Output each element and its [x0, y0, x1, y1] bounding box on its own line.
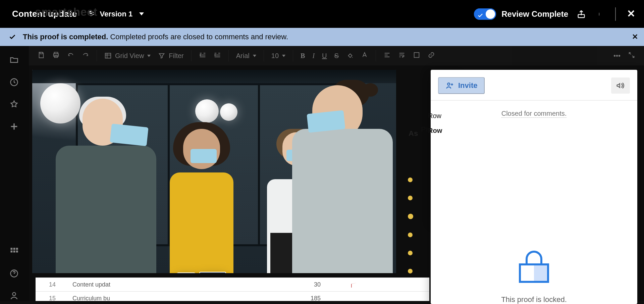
person-1	[56, 99, 156, 273]
version-label: Version 1	[100, 10, 132, 18]
thumbnail-rail: +	[176, 272, 226, 273]
locked-state: This proof is locked.	[501, 246, 567, 304]
row-header-peek: Row Row	[428, 112, 442, 142]
caret-down-icon	[253, 55, 256, 57]
toggle-switch[interactable]	[474, 8, 496, 20]
fill-icon[interactable]	[346, 51, 354, 60]
invite-label: Invite	[458, 81, 477, 90]
status-dots	[408, 178, 413, 273]
proof-image	[32, 70, 396, 273]
apps-icon[interactable]	[9, 247, 19, 257]
svg-rect-7	[16, 248, 18, 250]
proof-header: smartsheet Content update Version 1 Revi…	[0, 0, 644, 28]
banner-close-button[interactable]: ✕	[632, 33, 638, 41]
banner-rest: Completed proofs are closed to comments …	[110, 33, 288, 41]
font-selector[interactable]: Arial	[236, 52, 256, 60]
person-2	[170, 129, 233, 273]
close-button[interactable]: ✕	[625, 8, 637, 19]
row-value: 30	[227, 281, 334, 288]
more-menu-button[interactable]	[594, 8, 606, 20]
account-icon[interactable]	[9, 291, 19, 301]
row-number: 15	[36, 295, 69, 302]
svg-point-12	[12, 293, 15, 296]
format-icon[interactable]	[413, 51, 420, 60]
svg-point-3	[599, 14, 600, 15]
comments-panel: Invite This proof is locked. Closed for …	[431, 70, 637, 304]
bold-icon[interactable]: B	[301, 52, 305, 60]
svg-point-1	[599, 13, 600, 13]
strike-icon[interactable]: S	[334, 52, 339, 60]
row-number: 14	[36, 281, 69, 288]
grid-rows-peek: 14 Content updat 30 15 Curriculum bu 185…	[36, 277, 429, 301]
view-selector[interactable]: Grid View	[104, 52, 151, 60]
help-icon[interactable]	[9, 269, 19, 279]
sheet-toolbar: Grid View Filter Arial 10 B I U S	[29, 46, 644, 65]
version-selector[interactable]: Version 1	[87, 10, 144, 18]
font-label: Arial	[236, 52, 250, 60]
proof-image-viewer[interactable]: +	[32, 70, 396, 273]
add-page-button[interactable]: +	[176, 272, 196, 273]
thumbnail[interactable]	[199, 272, 226, 273]
add-icon[interactable]	[9, 122, 19, 132]
font-size-label: 10	[271, 52, 279, 60]
textcolor-icon[interactable]	[361, 51, 368, 60]
expand-icon[interactable]	[628, 51, 635, 60]
svg-rect-17	[414, 52, 419, 57]
check-icon	[9, 33, 16, 41]
redo-icon[interactable]	[82, 51, 89, 60]
lock-icon	[514, 246, 554, 286]
row-name: Content updat	[69, 281, 173, 288]
svg-rect-16	[105, 53, 111, 58]
undo-icon[interactable]	[67, 51, 74, 60]
folder-icon[interactable]	[9, 55, 19, 65]
print-icon[interactable]	[52, 51, 60, 60]
layers-icon	[87, 10, 95, 18]
italic-icon[interactable]: I	[312, 52, 315, 60]
caret-down-icon	[139, 12, 144, 15]
banner-strong: This proof is completed.	[23, 33, 108, 41]
wrap-icon[interactable]	[398, 51, 406, 60]
review-complete-label: Review Complete	[501, 9, 568, 19]
proof-title: Content update	[12, 9, 77, 19]
svg-rect-6	[13, 248, 15, 250]
indent-icon[interactable]	[214, 51, 221, 60]
align-icon[interactable]	[383, 51, 391, 60]
left-rail	[0, 46, 29, 301]
invite-button[interactable]: Invite	[438, 77, 485, 94]
favorites-icon[interactable]	[9, 100, 19, 110]
table-row: 14 Content updat 30	[36, 277, 429, 291]
locked-text: This proof is locked.	[501, 295, 567, 304]
underline-icon[interactable]: U	[322, 52, 327, 60]
link-icon[interactable]	[428, 51, 435, 60]
flag-icon	[351, 282, 357, 288]
svg-point-2	[599, 14, 600, 14]
toggle-knob	[486, 9, 495, 19]
caret-down-icon	[282, 55, 285, 57]
feedback-button[interactable]	[611, 78, 630, 94]
recents-icon[interactable]	[9, 78, 19, 88]
row-name: Curriculum bu	[69, 295, 173, 302]
person-4	[292, 85, 393, 273]
font-size-selector[interactable]: 10	[271, 52, 285, 60]
row-value: 185	[227, 295, 334, 302]
svg-rect-5	[11, 248, 13, 250]
svg-rect-20	[534, 264, 548, 282]
svg-point-18	[447, 83, 450, 85]
filter-label: Filter	[169, 52, 183, 60]
proof-completed-banner: This proof is completed. Completed proof…	[0, 28, 644, 46]
right-headers-peek: Pr	[421, 122, 429, 137]
separator	[615, 7, 616, 21]
svg-rect-8	[11, 251, 13, 253]
share-button[interactable]	[576, 8, 587, 20]
review-complete-toggle[interactable]: Review Complete	[474, 8, 568, 20]
col-header-peek-as: As	[409, 129, 418, 138]
overflow-icon[interactable]: •••	[613, 52, 621, 60]
filter-button[interactable]: Filter	[158, 52, 183, 60]
save-icon[interactable]	[38, 51, 45, 60]
svg-rect-10	[16, 251, 18, 253]
caret-down-icon	[147, 55, 151, 57]
col-header-peek-pr: Pr	[421, 125, 429, 134]
table-row: 15 Curriculum bu 185	[36, 291, 429, 304]
outdent-icon[interactable]	[199, 51, 206, 60]
view-label: Grid View	[115, 52, 144, 60]
